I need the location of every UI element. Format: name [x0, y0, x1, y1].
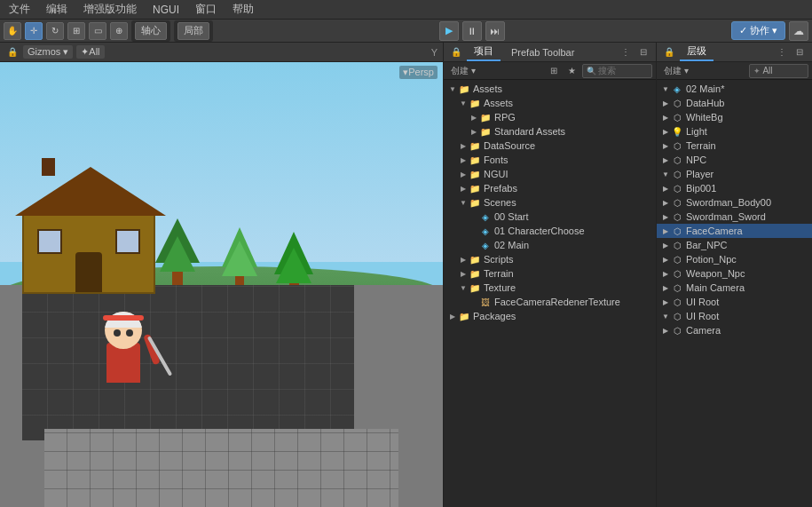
project-search-input[interactable]: [598, 66, 648, 75]
move-tool-btn[interactable]: ✛: [25, 22, 43, 40]
label-hier-whitebg: WhiteBg: [686, 112, 723, 123]
hier-maincamera[interactable]: ▶ ⬡ Main Camera: [657, 281, 812, 295]
combo-tool-btn[interactable]: ⊕: [110, 22, 128, 40]
hierarchy-panel-header: 🔒 层级 ⋮ ⊟: [657, 43, 812, 62]
hierarchy-toolbar: 创建 ▾ ✦ All: [657, 62, 812, 80]
hier-facecamera[interactable]: ▶ ⬡ FaceCamera: [657, 224, 812, 238]
label-datasource: DataSource: [484, 140, 535, 151]
hier-terrain[interactable]: ▶ ⬡ Terrain: [657, 139, 812, 153]
prefab-toolbar-tab[interactable]: Prefab Toolbar: [504, 45, 581, 59]
folder-datasource[interactable]: ▶ 📁 DataSource: [444, 139, 656, 153]
folder-assets[interactable]: ▼ 📁 Assets: [444, 96, 656, 110]
folder-standard-assets[interactable]: ▶ 📁 Standard Assets: [444, 124, 656, 139]
project-tab[interactable]: 项目: [467, 43, 501, 61]
scene-01charchoose[interactable]: ◈ 01 CharacterChoose: [444, 224, 656, 238]
arrow-datasource: ▶: [458, 140, 469, 151]
arrow-terrain: ▶: [458, 268, 469, 279]
project-close-icon[interactable]: ⊟: [636, 45, 650, 59]
hand-tool-btn[interactable]: ✋: [4, 22, 21, 40]
project-create-btn[interactable]: 创建 ▾: [447, 64, 479, 78]
arrow-rpg: ▶: [469, 112, 479, 123]
folder-scripts[interactable]: ▶ 📁 Scripts: [444, 252, 656, 266]
folder-rpg[interactable]: ▶ 📁 RPG: [444, 110, 656, 124]
all-filter-btn[interactable]: ✦All: [76, 45, 104, 59]
pivot-btn[interactable]: 轴心: [135, 22, 167, 40]
scene-00start[interactable]: ◈ 00 Start: [444, 210, 656, 224]
step-button[interactable]: ⏭: [485, 21, 505, 41]
hier-bip001[interactable]: ▶ ⬡ Bip001: [657, 181, 812, 195]
project-search-bar[interactable]: 🔍: [582, 64, 652, 78]
project-search-icon: 🔍: [587, 67, 596, 75]
scene-lock-icon[interactable]: 🔒: [5, 45, 20, 59]
icon-hier-datahub: ⬡: [671, 97, 683, 109]
menu-window[interactable]: 窗口: [190, 0, 222, 19]
hier-02main[interactable]: ▼ ◈ 02 Main*: [657, 82, 812, 96]
project-lock-icon[interactable]: 🔒: [449, 45, 463, 59]
folder-assets-root[interactable]: ▼ 📁 Assets: [444, 82, 656, 96]
hier-camera[interactable]: ▶ ⬡ Camera: [657, 323, 812, 337]
play-button[interactable]: ▶: [439, 21, 459, 41]
folder-prefabs[interactable]: ▶ 📁 Prefabs: [444, 181, 656, 195]
icon-hier-swordman-body: ⬡: [671, 196, 683, 209]
hierarchy-create-btn[interactable]: 创建 ▾: [660, 64, 692, 78]
scale-tool-btn[interactable]: ⊞: [67, 22, 85, 40]
hierarchy-tree: ▼ ◈ 02 Main* ▶ ⬡ DataHub ▶ ⬡ WhiteBg ▶ 💡: [657, 80, 812, 507]
arrow-hier-player: ▼: [660, 169, 671, 179]
scene-icon-01charchoose: ◈: [479, 225, 492, 237]
hier-potionnpc[interactable]: ▶ ⬡ Potion_Npc: [657, 252, 812, 266]
img-facecamera[interactable]: 🖼 FaceCameraRedenerTexture: [444, 295, 656, 309]
folder-ngui[interactable]: ▶ 📁 NGUI: [444, 167, 656, 181]
folder-packages[interactable]: ▶ 📁 Packages: [444, 309, 656, 323]
icon-hier-02main: ◈: [671, 83, 683, 95]
hier-light[interactable]: ▶ 💡 Light: [657, 124, 812, 139]
menu-file[interactable]: 文件: [4, 0, 35, 19]
menu-help[interactable]: 帮助: [227, 0, 259, 19]
rotate-tool-btn[interactable]: ↻: [46, 22, 64, 40]
hier-weaponnpc[interactable]: ▶ ⬡ Weapon_Npc: [657, 266, 812, 281]
folder-icon-assets: 📁: [469, 97, 481, 109]
hier-swordman-sword[interactable]: ▶ ⬡ Swordman_Sword: [657, 210, 812, 224]
dark-platform: [22, 285, 354, 440]
rect-tool-btn[interactable]: ▭: [89, 22, 106, 40]
hierarchy-tab[interactable]: 层级: [680, 43, 713, 61]
collab-button[interactable]: ✓ 协作 ▾: [731, 21, 785, 40]
menu-ngui[interactable]: NGUI: [147, 2, 185, 18]
hierarchy-menu-icon[interactable]: ⋮: [775, 45, 789, 59]
folder-fonts[interactable]: ▶ 📁 Fonts: [444, 153, 656, 167]
folder-texture[interactable]: ▼ 📁 Texture: [444, 281, 656, 295]
arrow-01charchoose: [469, 226, 479, 236]
label-packages: Packages: [473, 311, 516, 321]
menu-edit[interactable]: 编辑: [41, 0, 73, 19]
gizmos-btn[interactable]: Gizmos ▾: [23, 45, 73, 59]
folder-terrain[interactable]: ▶ 📁 Terrain: [444, 266, 656, 281]
house: [22, 214, 155, 294]
folder-scenes[interactable]: ▼ 📁 Scenes: [444, 195, 656, 210]
scene-view[interactable]: ▾Persp 摄像机预览: [0, 62, 443, 507]
hier-whitebg[interactable]: ▶ ⬡ WhiteBg: [657, 110, 812, 124]
hier-uiroot2[interactable]: ▼ ⬡ UI Root: [657, 309, 812, 323]
hier-swordman-body[interactable]: ▶ ⬡ Swordman_Body00: [657, 195, 812, 210]
project-panel: 🔒 项目 Prefab Toolbar ⋮ ⊟ 创建 ▾ ⊞ ★ 🔍: [444, 43, 657, 507]
hier-datahub[interactable]: ▶ ⬡ DataHub: [657, 96, 812, 110]
hierarchy-close-icon[interactable]: ⊟: [792, 45, 807, 59]
folder-icon-standard-assets: 📁: [479, 125, 492, 138]
arrow-hier-datahub: ▶: [660, 98, 671, 108]
cloud-button[interactable]: ☁: [789, 21, 808, 41]
hier-barnpc[interactable]: ▶ ⬡ Bar_NPC: [657, 238, 812, 252]
project-toolbar: 创建 ▾ ⊞ ★ 🔍: [444, 62, 656, 80]
pause-button[interactable]: ⏸: [462, 21, 482, 41]
project-view-icon[interactable]: ⊞: [547, 64, 561, 78]
local-btn[interactable]: 局部: [177, 22, 209, 40]
menu-enhance[interactable]: 增强版功能: [78, 0, 142, 19]
hier-uiroot1[interactable]: ▶ ⬡ UI Root: [657, 295, 812, 309]
scene-02main[interactable]: ◈ 02 Main: [444, 238, 656, 252]
folder-icon-datasource: 📁: [469, 139, 481, 152]
hier-player[interactable]: ▼ ⬡ Player: [657, 167, 812, 181]
arrow-hier-uiroot1: ▶: [660, 297, 671, 307]
hier-npc[interactable]: ▶ ⬡ NPC: [657, 153, 812, 167]
hierarchy-search-bar[interactable]: ✦ All: [749, 64, 808, 78]
project-star-icon[interactable]: ★: [564, 64, 579, 78]
project-menu-icon[interactable]: ⋮: [619, 45, 633, 59]
label-scripts: Scripts: [484, 254, 514, 265]
hierarchy-lock-icon[interactable]: 🔒: [662, 45, 676, 59]
